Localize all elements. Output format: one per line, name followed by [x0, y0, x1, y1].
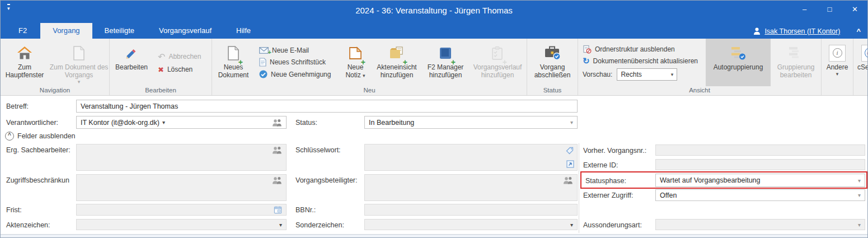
autogruppierung-label: Autogruppierung — [714, 63, 763, 71]
externer-zugriff-dropdown[interactable]: Offen ▾ — [655, 189, 865, 201]
felder-ausblenden-toggle[interactable]: ^ Felder ausblenden — [5, 132, 76, 141]
dokumentenuebersicht-button[interactable]: ↻ Dokumentenübersicht aktualisieren — [583, 57, 701, 65]
pencil-icon — [124, 43, 139, 63]
maximize-button[interactable]: □ — [817, 1, 842, 17]
ribbon-group-neu: + Neues Dokument + Neue E-Mail — [212, 39, 527, 95]
tab-vorgang[interactable]: Vorgang — [40, 23, 92, 39]
group-label-bearbeiten: Bearbeiten — [110, 86, 212, 95]
tag-icon[interactable] — [565, 146, 574, 157]
erg-sachbearbeiter-input — [76, 144, 287, 171]
folder-plus-icon: + — [390, 43, 404, 63]
felder-ausblenden-label: Felder ausblenden — [17, 132, 76, 140]
chevron-down-icon: ▾ — [363, 73, 365, 78]
people-icon[interactable] — [272, 119, 282, 127]
grouping-icon — [730, 43, 746, 63]
tab-hilfe[interactable]: Hilfe — [224, 23, 263, 39]
vorher-vorgangsnr-input — [655, 144, 865, 156]
aussonderungsart-dropdown: ▾ — [655, 219, 865, 230]
f2-manager-label: F2 Manager hinzufügen — [423, 63, 468, 79]
schluesselwort-input — [364, 144, 578, 171]
plus-badge-icon: + — [361, 59, 365, 66]
abbrechen-label: Abbrechen — [168, 53, 201, 60]
plus-badge-icon: + — [503, 59, 507, 66]
document-icon — [73, 43, 85, 63]
sonderzeichen-dropdown[interactable]: ▾ — [364, 219, 578, 230]
mail-icon: + — [259, 47, 269, 54]
calendar-icon[interactable] — [274, 206, 282, 214]
betreff-input[interactable]: Veranstaltung - Jürgen Thomas — [76, 100, 578, 113]
neues-dokument-button[interactable]: + Neues Dokument — [212, 39, 255, 86]
akteneinsicht-button[interactable]: + Akteneinsicht hinzufügen — [371, 39, 423, 86]
vorgangsverlauf-hinzufuegen-button: + Vorgangsverlauf hinzufügen — [468, 39, 527, 86]
group-label-navigation: Navigation — [1, 86, 109, 95]
aktenzeichen-dropdown[interactable]: ▾ — [76, 219, 287, 230]
minimize-button[interactable]: – — [792, 1, 817, 17]
people-icon — [272, 176, 282, 184]
verantwortlicher-value: IT Kontor (it@dok-org.dk) — [81, 119, 159, 127]
group-label-neu: Neu — [212, 86, 527, 95]
tab-f2[interactable]: F2 — [5, 23, 40, 39]
status-label: Status: — [295, 119, 317, 127]
statusphase-dropdown[interactable]: Wartet auf Vorgangsbearbeitung ▾ — [655, 174, 865, 187]
zum-dokument-label: Zum Dokument des Vorgangs — [49, 63, 109, 79]
externer-zugriff-label: Externer Zugriff: — [583, 192, 633, 199]
chevron-down-icon: ▾ — [162, 119, 165, 125]
zugriffsbeschraenkung-label: Zugriffsbeschränkun — [6, 176, 69, 184]
akteneinsicht-label: Akteneinsicht hinzufügen — [371, 63, 423, 79]
current-user-link[interactable]: Isak Thorsen (IT Kontor) — [764, 27, 840, 35]
vorgang-abschliessen-button[interactable]: Vorgang abschließen — [527, 39, 578, 86]
user-icon — [753, 27, 761, 35]
delete-icon: ✖ — [158, 66, 164, 74]
externer-zugriff-value: Offen — [660, 192, 677, 199]
briefcase-check-icon — [544, 43, 561, 63]
zum-hauptfenster-button[interactable]: Zum Hauptfenster — [1, 39, 49, 86]
neues-schriftstueck-button[interactable]: Neues Schriftstück — [259, 58, 335, 67]
vorgangsverlauf-hinzufuegen-label: Vorgangsverlauf hinzufügen — [468, 63, 527, 79]
ordnerstruktur-button[interactable]: Ordnerstruktur ausblenden — [583, 45, 701, 54]
ribbon-group-ansicht: Ordnerstruktur ausblenden ↻ Dokumentenüb… — [578, 39, 822, 95]
neue-email-button[interactable]: + Neue E-Mail — [259, 46, 335, 54]
f2-manager-button[interactable]: + F2 Manager hinzufügen — [423, 39, 468, 86]
verantwortlicher-label: Verantwortlicher: — [6, 119, 58, 127]
tab-beteiligte[interactable]: Beteiligte — [92, 23, 147, 39]
autogruppierung-button[interactable]: Autogruppierung — [706, 39, 771, 86]
chevron-down-icon: ▾ — [279, 222, 282, 228]
collapse-ribbon-icon[interactable]: ^ — [856, 27, 861, 35]
chevron-down-icon: ▾ — [858, 192, 861, 198]
vorschau-label: Vorschau: — [583, 71, 612, 78]
zugriffsbeschraenkung-input — [76, 174, 287, 201]
ribbon-group-andere: i Andere ▾ — [822, 39, 853, 95]
ribbon: Zum Hauptfenster Zum Dokument des Vorgan… — [1, 39, 867, 96]
chevron-up-circle-icon: ^ — [5, 132, 14, 141]
group-label-csearch — [853, 93, 867, 95]
vorschau-dropdown[interactable]: Rechts ▾ — [617, 68, 677, 81]
group-label-andere — [822, 93, 853, 95]
verantwortlicher-input[interactable]: IT Kontor (it@dok-org.dk) ▾ — [76, 116, 287, 129]
frist-label: Frist: — [6, 206, 22, 214]
andere-label: Andere — [827, 63, 848, 71]
neue-notiz-button[interactable]: + Neue Notiz ▾ — [340, 39, 371, 86]
sonderzeichen-label: Sonderzeichen: — [295, 221, 344, 229]
status-dropdown[interactable]: In Bearbeitung ▾ — [364, 116, 578, 129]
loeschen-button[interactable]: ✖ Löschen — [158, 66, 207, 74]
csearch-button[interactable]: @ cSearch ▾ — [853, 39, 867, 93]
dokumentenuebersicht-label: Dokumentenübersicht aktualisieren — [593, 57, 698, 65]
open-window-icon[interactable] — [566, 160, 574, 170]
group-label-ansicht: Ansicht — [578, 86, 821, 95]
title-bar: ▾ 2024 - 36: Veranstaltung - Jürgen Thom… — [1, 1, 867, 22]
undo-icon: ↶ — [158, 52, 165, 62]
bearbeiten-button[interactable]: Bearbeiten — [110, 39, 153, 86]
close-button[interactable]: ✕ — [842, 1, 867, 17]
case-details-form: Betreff: Veranstaltung - Jürgen Thomas V… — [1, 96, 867, 237]
chevron-down-icon: ▾ — [570, 119, 573, 125]
andere-button[interactable]: i Andere ▾ — [822, 39, 853, 93]
neue-notiz-label: Neue Notiz ▾ — [340, 63, 371, 79]
neue-genehmigung-button[interactable]: Neue Genehmigung — [259, 70, 335, 78]
frist-input — [76, 204, 287, 216]
tab-vorgangsverlauf[interactable]: Vorgangsverlauf — [147, 23, 224, 39]
window-controls: – □ ✕ — [792, 1, 867, 17]
column-divider — [579, 143, 579, 233]
ribbon-group-bearbeiten: Bearbeiten ↶ Abbrechen ✖ Löschen Bearbei… — [110, 39, 212, 95]
ribbon-group-csearch: @ cSearch ▾ — [853, 39, 867, 95]
grouping-edit-icon — [788, 43, 804, 63]
